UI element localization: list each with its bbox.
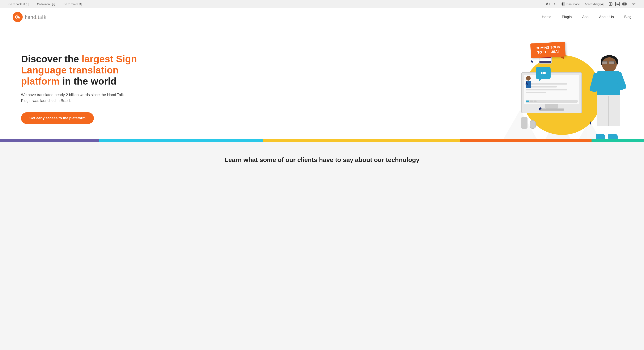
nav-home[interactable]: Home [542, 15, 551, 19]
svg-point-8 [544, 72, 546, 74]
color-bar-orange [460, 139, 591, 142]
youtube-icon[interactable] [622, 2, 626, 6]
nav-app[interactable]: App [582, 15, 588, 19]
accessibility-link[interactable]: Accessibility [4] [585, 2, 604, 6]
font-size-control: A+ | A- [546, 2, 556, 6]
dark-mode-toggle[interactable]: Dark mode [562, 2, 580, 6]
mouse [530, 120, 536, 129]
hero-subtitle: We have translated nearly 2 billion word… [21, 92, 130, 104]
char-head [602, 57, 617, 72]
skip-to-menu[interactable]: Go to menu [2] [37, 2, 55, 6]
cta-button[interactable]: Get early access to the plataform [21, 112, 94, 124]
skip-to-content[interactable]: Go to content [1] [8, 2, 28, 6]
skip-nav-controls: A+ | A- Dark mode Accessibility [4] in [546, 2, 636, 6]
main-nav: Home Plugin App About Us Blog [542, 15, 632, 19]
screen-toolbar [526, 100, 578, 103]
color-bar-yellow [263, 139, 460, 142]
hero-content: Discover the largest Sign Language trans… [21, 53, 147, 124]
star-3: ★ [538, 105, 542, 111]
font-decrease-btn[interactable]: A- [554, 2, 556, 6]
hero-title: Discover the largest Sign Language trans… [21, 53, 147, 87]
monitor-base [539, 108, 564, 111]
hero-illustration: COMING SOON TO THE USA! ★ ★ ★ ★ ✦ [518, 38, 627, 139]
linkedin-icon[interactable]: in [615, 2, 620, 6]
star-1: ★ [530, 58, 534, 64]
monitor-screen [524, 75, 579, 104]
language-toggle[interactable]: BR [632, 2, 636, 6]
char-left-shoe [596, 134, 605, 139]
char-glasses [602, 61, 617, 64]
logo[interactable]: hand.talk [12, 12, 46, 22]
skip-to-footer[interactable]: Go to footer [3] [64, 2, 82, 6]
font-increase-btn[interactable]: A+ [546, 2, 550, 6]
dark-mode-label: Dark mode [566, 2, 580, 6]
dark-mode-icon [562, 2, 565, 6]
color-bar [0, 139, 644, 142]
nav-plugin[interactable]: Plugin [562, 15, 572, 19]
monitor-stand [545, 104, 558, 108]
skip-nav-links: Go to content [1] Go to menu [2] Go to f… [8, 2, 82, 6]
star-2: ★ [524, 80, 529, 86]
logo-text: hand.talk [25, 14, 46, 20]
computer-setup [521, 72, 582, 129]
svg-point-6 [541, 72, 542, 74]
social-icons: in [608, 2, 626, 6]
nav-about-us[interactable]: About Us [599, 15, 614, 19]
bottom-title: Learn what some of our clients have to s… [8, 156, 636, 163]
char-right-shoe [608, 134, 618, 139]
logo-icon [12, 12, 23, 22]
keyboard-area [521, 115, 582, 129]
header: hand.talk Home Plugin App About Us Blog [0, 8, 644, 26]
bottom-section: Learn what some of our clients have to s… [0, 142, 644, 172]
coming-soon-banner: COMING SOON TO THE USA! [530, 42, 566, 58]
svg-point-1 [610, 3, 611, 4]
monitor [521, 72, 582, 113]
nav-blog[interactable]: Blog [624, 15, 632, 19]
svg-point-7 [542, 72, 544, 74]
hero-section: Discover the largest Sign Language trans… [0, 26, 644, 139]
character-illustration [590, 55, 627, 139]
color-bar-purple [0, 139, 99, 142]
svg-rect-0 [609, 2, 612, 6]
hero-title-suffix: in the world [60, 76, 116, 87]
color-bar-teal [592, 139, 644, 142]
keyboard [521, 117, 528, 129]
svg-point-2 [612, 3, 612, 3]
instagram-icon[interactable] [608, 2, 613, 6]
sign-language-bubble [536, 67, 550, 79]
skip-nav-bar: Go to content [1] Go to menu [2] Go to f… [0, 0, 644, 8]
color-bar-cyan [99, 139, 263, 142]
hero-title-prefix: Discover the [21, 53, 82, 64]
